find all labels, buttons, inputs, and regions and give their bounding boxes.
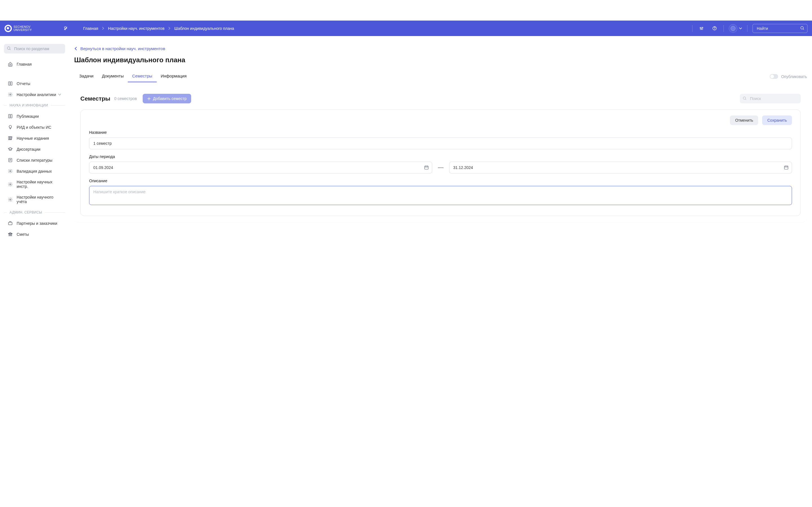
topbar: SECHENOV UNIVERSITY Главная Настройки на…: [0, 20, 812, 36]
dates-label: Даты периода: [89, 154, 792, 159]
book-icon: [8, 114, 13, 119]
name-label: Название: [89, 130, 792, 135]
sidebar-item-sci-tools[interactable]: Настройки научных инстр.: [0, 177, 69, 192]
back-link[interactable]: Вернуться в настройки науч. инструментов: [74, 46, 807, 51]
sidebar-item-literature[interactable]: Списки литературы: [0, 155, 69, 166]
tab-documents[interactable]: Документы: [102, 71, 123, 82]
sidebar-item-validation[interactable]: Валидация данных: [0, 166, 69, 177]
calendar-icon[interactable]: [424, 165, 429, 170]
sidebar-item-analytics[interactable]: Настройки аналитики: [0, 89, 69, 100]
cancel-button[interactable]: Отменить: [730, 115, 758, 125]
gear-icon: [8, 169, 13, 173]
date-row: [89, 162, 792, 173]
sidebar-section-science: НАУКА И ИННОВАЦИИ: [0, 100, 69, 111]
search-icon: [800, 26, 805, 31]
svg-point-4: [701, 29, 702, 29]
svg-point-8: [714, 29, 715, 30]
sidebar: Главная Отчеты Настройки аналитики НАУКА…: [0, 36, 69, 245]
topbar-actions: [692, 24, 748, 33]
book-icon: [8, 81, 13, 86]
breadcrumb: Главная Настройки науч. инструментов Шаб…: [83, 26, 234, 31]
chevron-right-icon: [102, 27, 104, 30]
card-search-input[interactable]: [740, 94, 801, 103]
svg-line-10: [803, 29, 804, 30]
main-content: Вернуться в настройки науч. инструментов…: [69, 36, 812, 245]
tab-info[interactable]: Информация: [161, 71, 187, 82]
global-search-input[interactable]: [753, 24, 808, 33]
card-title: Семестры: [80, 95, 110, 102]
breadcrumb-item[interactable]: Настройки науч. инструментов: [108, 26, 164, 31]
description-textarea[interactable]: [89, 186, 792, 205]
sidebar-item-rid[interactable]: РИД и объекты ИС: [0, 122, 69, 133]
publish-toggle[interactable]: [770, 74, 778, 79]
chevron-left-icon: [75, 47, 77, 50]
svg-point-22: [10, 199, 11, 200]
gear-icon: [8, 182, 13, 187]
svg-line-33: [745, 99, 746, 100]
sidebar-item-reports[interactable]: Отчеты: [0, 78, 69, 89]
sidebar-search: [4, 44, 65, 54]
svg-line-12: [10, 49, 10, 50]
breadcrumb-item: Шаблон индивидуального плана: [174, 26, 234, 31]
card-header: Семестры 0 семестров Добавить семестр: [80, 94, 801, 103]
help-icon[interactable]: [711, 24, 718, 33]
global-search: [753, 24, 808, 33]
logo-text: SECHENOV UNIVERSITY: [13, 25, 32, 32]
semesters-card: Семестры 0 семестров Добавить семестр От…: [74, 88, 807, 222]
bank-icon: [8, 232, 13, 237]
save-button[interactable]: Сохранить: [762, 115, 792, 125]
blank-top-region: [0, 0, 812, 20]
publish-label: Опубликовать: [781, 74, 807, 79]
publish-toggle-wrap: Опубликовать: [770, 74, 807, 79]
svg-point-21: [10, 184, 11, 185]
pin-icon[interactable]: [62, 24, 70, 33]
card-count: 0 семестров: [114, 96, 137, 101]
date-end-input[interactable]: [449, 162, 792, 173]
description-label: Описание: [89, 179, 792, 183]
card-search: [740, 94, 801, 103]
logo-icon: [4, 25, 12, 32]
breadcrumb-item[interactable]: Главная: [83, 26, 98, 31]
sidebar-search-input[interactable]: [4, 44, 65, 54]
gear-icon: [8, 197, 13, 202]
calendar-icon[interactable]: [784, 165, 789, 170]
user-menu[interactable]: [729, 24, 742, 33]
sidebar-item-home[interactable]: Главная: [0, 59, 69, 69]
svg-rect-34: [424, 166, 428, 169]
svg-point-9: [801, 26, 803, 29]
svg-point-20: [10, 170, 11, 172]
search-icon: [7, 46, 11, 51]
briefcase-icon: [8, 221, 13, 226]
svg-point-13: [10, 94, 11, 95]
name-input[interactable]: [89, 137, 792, 149]
form-actions: Отменить Сохранить: [89, 115, 792, 125]
svg-point-2: [700, 27, 701, 28]
sidebar-item-partners[interactable]: Партнеры и заказчики: [0, 218, 69, 229]
lightbulb-icon: [8, 125, 13, 129]
sidebar-item-journals[interactable]: Научные издания: [0, 133, 69, 144]
tab-tasks[interactable]: Задачи: [79, 71, 93, 82]
tabs-row: Задачи Документы Семестры Информация Опу…: [74, 71, 807, 82]
svg-rect-23: [8, 222, 12, 225]
sidebar-item-sci-accounting[interactable]: Настройки научного учёта: [0, 192, 69, 207]
home-icon: [8, 62, 13, 66]
logo[interactable]: SECHENOV UNIVERSITY: [3, 25, 34, 32]
sidebar-item-budgets[interactable]: Сметы: [0, 229, 69, 240]
sidebar-item-publications[interactable]: Публикации: [0, 111, 69, 122]
svg-point-32: [743, 97, 746, 100]
books-icon: [8, 136, 13, 140]
chevron-down-icon: [58, 94, 61, 96]
add-semester-button[interactable]: Добавить семестр: [143, 94, 191, 103]
svg-rect-14: [8, 136, 10, 140]
date-range-separator: [438, 168, 444, 168]
date-start-input[interactable]: [89, 162, 432, 173]
avatar: [729, 24, 737, 33]
svg-rect-24: [8, 233, 12, 234]
chevron-down-icon: [739, 27, 742, 29]
settings-sliders-icon[interactable]: [698, 24, 705, 33]
svg-point-11: [7, 47, 10, 49]
sidebar-item-dissertations[interactable]: Диссертации: [0, 144, 69, 155]
search-icon: [743, 96, 747, 101]
tab-semesters[interactable]: Семестры: [132, 71, 152, 82]
svg-rect-38: [784, 166, 788, 169]
